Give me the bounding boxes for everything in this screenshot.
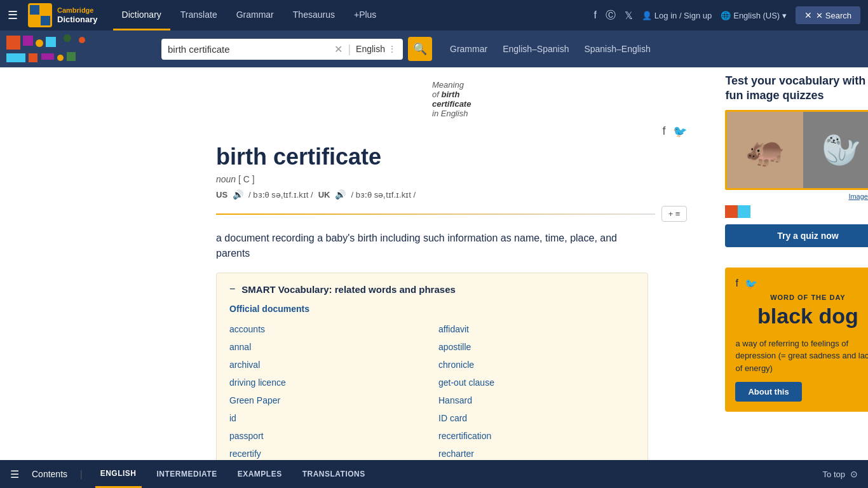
word-definition: a document recording a baby's birth incl… <box>216 231 635 261</box>
close-icon: ✕ <box>804 10 812 20</box>
svg-rect-0 <box>30 5 39 15</box>
quiz-image-hippo: 🦛 <box>727 112 803 188</box>
share-row: f 🐦 <box>216 125 687 139</box>
image-credits-link[interactable]: Image credits <box>725 193 868 200</box>
vocab-link-hansard[interactable]: Hansard <box>438 393 635 408</box>
vocab-link-accounts[interactable]: accounts <box>229 322 426 337</box>
divider-line <box>216 214 655 215</box>
vocab-link-recertify[interactable]: recertify <box>229 446 426 461</box>
deco-red-square <box>6 36 20 50</box>
facebook-icon[interactable]: f <box>593 10 596 21</box>
deco-red2-square <box>29 53 37 62</box>
wotd-label: WORD OF THE DAY <box>735 294 868 301</box>
twitter-share-icon[interactable]: 🐦 <box>673 125 687 139</box>
vocab-link-id[interactable]: id <box>229 410 426 426</box>
twitter-icon[interactable]: 𝕏 <box>625 10 633 22</box>
wotd-twitter-icon[interactable]: 🐦 <box>745 278 757 290</box>
login-button[interactable]: 👤 Log in / Sign up <box>642 11 712 20</box>
us-ipa: / bɜːθ səˌtɪf.ɪ.kɪt / <box>248 190 313 200</box>
vocab-link-annal[interactable]: annal <box>229 339 426 355</box>
wotd-word: black dog <box>735 304 868 329</box>
sub-nav-en-es[interactable]: English–Spanish <box>503 44 569 54</box>
breadcrumb-suffix: in English <box>432 109 468 118</box>
nav-dictionary[interactable]: Dictionary <box>113 1 170 30</box>
svg-rect-3 <box>41 16 50 25</box>
bottom-divider: | <box>80 469 83 479</box>
search-language-selector[interactable]: English ⋮ <box>356 44 397 54</box>
sub-nav-links: Grammar English–Spanish Spanish–English <box>450 44 651 54</box>
hamburger-menu-icon[interactable]: ☰ <box>8 8 18 22</box>
search-input[interactable]: birth certificate <box>168 44 329 55</box>
facebook-share-icon[interactable]: f <box>662 125 665 139</box>
logo-dictionary: Dictionary <box>57 15 98 25</box>
vocab-link-get-out-clause[interactable]: get-out clause <box>438 375 635 390</box>
vocab-link-chronicle[interactable]: chronicle <box>438 357 635 372</box>
bottom-tab-examples[interactable]: EXAMPLES <box>233 460 287 488</box>
deco-cyan-square <box>46 37 56 47</box>
official-docs-link[interactable]: Official documents <box>229 304 635 314</box>
to-top-link[interactable]: To top <box>823 470 845 479</box>
bottom-bar: ☰ Contents | ENGLISH INTERMEDIATE EXAMPL… <box>0 460 868 488</box>
deco-green2-square <box>67 52 76 61</box>
bottom-hamburger-icon[interactable]: ☰ <box>10 468 19 480</box>
quiz-color-bar <box>725 205 868 218</box>
try-quiz-button[interactable]: Try a quiz now <box>725 224 868 247</box>
clear-search-icon[interactable]: ✕ <box>334 43 342 55</box>
vocab-link-recertification[interactable]: recertification <box>438 428 635 444</box>
vocab-link-driving-licence[interactable]: driving licence <box>229 375 426 390</box>
search-go-button[interactable]: 🔍 <box>408 37 432 61</box>
add-to-list-button[interactable]: + ≡ <box>661 206 688 222</box>
search-bar: birth certificate ✕ | English ⋮ 🔍 Gramma… <box>0 30 868 67</box>
wotd-definition: a way of referring to feelings of depres… <box>735 337 868 375</box>
search-btn-label: ✕ Search <box>816 11 851 20</box>
vocab-link-passport[interactable]: passport <box>229 428 426 444</box>
vocab-link-id-card[interactable]: ID card <box>438 410 635 426</box>
nav-thesaurus[interactable]: Thesaurus <box>284 1 344 30</box>
chevron-down-icon: ▾ <box>782 11 787 20</box>
search-button-top[interactable]: ✕ ✕ Search <box>796 6 860 24</box>
smart-vocab-title: SMART Vocabulary: related words and phra… <box>241 284 455 295</box>
bottom-tab-english[interactable]: ENGLISH <box>95 460 142 488</box>
nav-translate[interactable]: Translate <box>172 1 226 30</box>
logo-box <box>28 3 52 27</box>
bottom-contents-label[interactable]: Contents <box>32 469 67 479</box>
smart-vocab-box: − SMART Vocabulary: related words and ph… <box>216 273 648 488</box>
lang-label: English <box>356 44 385 54</box>
search-input-wrap: birth certificate ✕ | English ⋮ <box>161 39 403 60</box>
word-title: birth certificate <box>216 144 687 170</box>
uk-ipa: / bɜːθ səˌtɪf.ɪ.kɪt / <box>351 190 416 200</box>
logo[interactable]: Cambridge Dictionary <box>28 3 98 27</box>
vocab-link-affidavit[interactable]: affidavit <box>438 322 635 337</box>
language-selector[interactable]: 🌐 English (US) ▾ <box>721 11 787 20</box>
deco-orange-circle <box>36 39 43 47</box>
word-of-the-day-box: f 🐦 WORD OF THE DAY black dog a way of r… <box>725 268 868 412</box>
bottom-tab-intermediate[interactable]: INTERMEDIATE <box>152 460 222 488</box>
person-icon: 👤 <box>642 11 652 20</box>
smart-vocab-header[interactable]: − SMART Vocabulary: related words and ph… <box>229 283 635 295</box>
sub-nav-es-en[interactable]: Spanish–English <box>584 44 650 54</box>
sub-nav-grammar[interactable]: Grammar <box>450 44 487 54</box>
vocab-link-recharter[interactable]: recharter <box>438 446 635 461</box>
top-nav-right: f Ⓒ 𝕏 👤 Log in / Sign up 🌐 English (US) … <box>593 6 860 24</box>
us-label: US <box>216 190 227 200</box>
vocab-link-green-paper[interactable]: Green Paper <box>229 393 426 408</box>
deco-purple2-rect <box>41 53 54 60</box>
us-audio-button[interactable]: 🔊 <box>233 189 243 200</box>
color-bar-cyan <box>738 205 750 218</box>
nav-plus[interactable]: +Plus <box>345 1 385 30</box>
deco-orange2-circle <box>57 55 64 61</box>
vocab-link-apostille[interactable]: apostille <box>438 339 635 355</box>
totop-arrow-icon: ⊙ <box>850 469 858 479</box>
wotd-social-row: f 🐦 <box>735 278 868 290</box>
vocab-grid: accounts affidavit annal apostille archi… <box>229 322 635 479</box>
svg-rect-1 <box>41 5 50 15</box>
wotd-facebook-icon[interactable]: f <box>735 278 738 290</box>
divider: | <box>348 43 351 56</box>
bottom-tab-translations[interactable]: TRANSLATIONS <box>297 460 370 488</box>
instagram-icon[interactable]: Ⓒ <box>606 9 616 22</box>
nav-grammar[interactable]: Grammar <box>227 1 283 30</box>
color-bar-red <box>725 205 738 218</box>
about-this-button[interactable]: About this <box>735 382 801 402</box>
uk-audio-button[interactable]: 🔊 <box>335 189 346 200</box>
vocab-link-archival[interactable]: archival <box>229 357 426 372</box>
